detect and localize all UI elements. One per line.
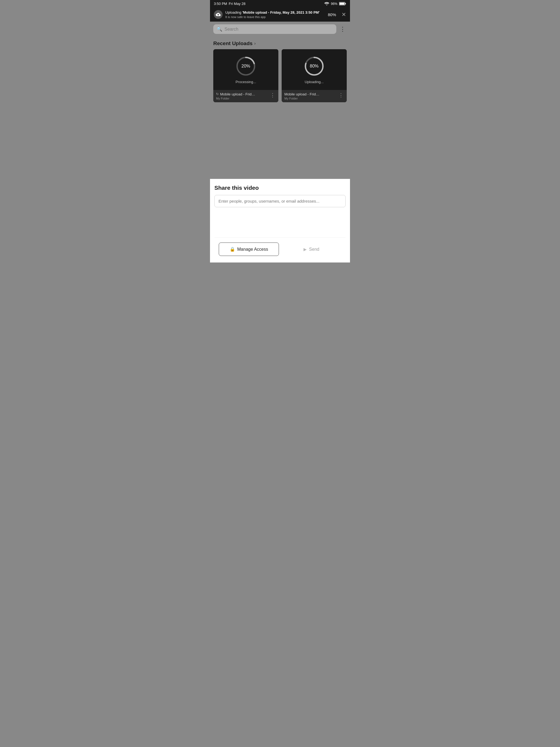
search-input[interactable] — [225, 27, 333, 32]
upload-banner-text: Uploading 'Mobile upload - Friday, May 2… — [225, 10, 325, 19]
upload-banner: Uploading 'Mobile upload - Friday, May 2… — [210, 7, 350, 22]
more-options-icon[interactable]: ⋮ — [338, 25, 347, 34]
video-kebab-2[interactable]: ⋮ — [338, 92, 344, 98]
video-status-1: Processing... — [235, 80, 256, 84]
share-title: Share this video — [214, 185, 346, 191]
svg-rect-2 — [339, 3, 345, 5]
video-name-2: Mobile upload - Friday, May 28,... — [284, 92, 320, 96]
search-bar-row: 🔍 ⋮ — [210, 22, 350, 36]
video-folder-1: My Folder — [216, 97, 270, 100]
main-area: Recent Uploads › 20% Processing... ↻ — [210, 36, 350, 179]
video-info-2: Mobile upload - Friday, May 28,... My Fo… — [282, 90, 347, 102]
upload-banner-subtitle: It is now safe to leave this app — [225, 15, 325, 19]
battery-icon — [339, 2, 346, 5]
video-card: 20% Processing... ↻ Mobile upload - Frid… — [213, 49, 278, 102]
sync-icon: ↻ — [216, 92, 219, 96]
search-icon: 🔍 — [217, 26, 222, 32]
bottom-sheet: Share this video 🔒 Manage Access ▶ Send — [210, 179, 350, 262]
svg-rect-1 — [345, 3, 346, 4]
bottom-actions: 🔒 Manage Access ▶ Send — [214, 237, 346, 262]
video-grid: 20% Processing... ↻ Mobile upload - Frid… — [213, 49, 347, 102]
video-kebab-1[interactable]: ⋮ — [270, 92, 276, 98]
video-thumbnail-2[interactable]: 80% Uploading... — [282, 49, 347, 90]
video-folder-2: My Folder — [284, 97, 338, 100]
video-info-1: ↻ Mobile upload - Friday, May... My Fold… — [213, 90, 278, 102]
video-thumbnail-1[interactable]: 20% Processing... — [213, 49, 278, 90]
manage-access-label: Manage Access — [237, 247, 268, 252]
progress-label-1: 20% — [241, 64, 250, 69]
upload-banner-title: Uploading 'Mobile upload - Friday, May 2… — [225, 10, 325, 15]
share-input[interactable] — [214, 195, 346, 207]
send-icon: ▶ — [304, 247, 307, 252]
upload-cloud-icon — [214, 10, 223, 19]
status-time: 3:50 PM — [214, 2, 227, 6]
section-title: Recent Uploads — [213, 41, 253, 47]
close-icon[interactable]: ✕ — [341, 11, 346, 18]
video-info-left-1: ↻ Mobile upload - Friday, May... My Fold… — [216, 92, 270, 100]
progress-ring-2: 80% — [303, 55, 325, 77]
manage-access-button[interactable]: 🔒 Manage Access — [219, 242, 279, 256]
search-input-wrap: 🔍 — [213, 24, 336, 34]
video-name-row-2: Mobile upload - Friday, May 28,... — [284, 92, 338, 96]
wifi-icon — [324, 2, 329, 5]
battery-percent: 96% — [331, 2, 337, 6]
chevron-right-icon[interactable]: › — [254, 41, 256, 46]
progress-ring-1: 20% — [235, 55, 257, 77]
video-status-2: Uploading... — [305, 80, 324, 84]
send-button[interactable]: ▶ Send — [282, 242, 341, 256]
video-card-2: 80% Uploading... Mobile upload - Friday,… — [282, 49, 347, 102]
video-name-1: Mobile upload - Friday, May... — [220, 92, 256, 96]
status-day: Fri May 28 — [229, 2, 245, 6]
video-name-row-1: ↻ Mobile upload - Friday, May... — [216, 92, 270, 96]
status-bar: 3:50 PM Fri May 28 96% — [210, 0, 350, 7]
send-label: Send — [309, 247, 319, 252]
lock-icon: 🔒 — [230, 247, 235, 252]
recent-uploads-header: Recent Uploads › — [213, 36, 347, 49]
video-info-left-2: Mobile upload - Friday, May 28,... My Fo… — [284, 92, 338, 100]
progress-label-2: 80% — [310, 64, 319, 69]
upload-banner-percent: 80% — [328, 12, 336, 17]
